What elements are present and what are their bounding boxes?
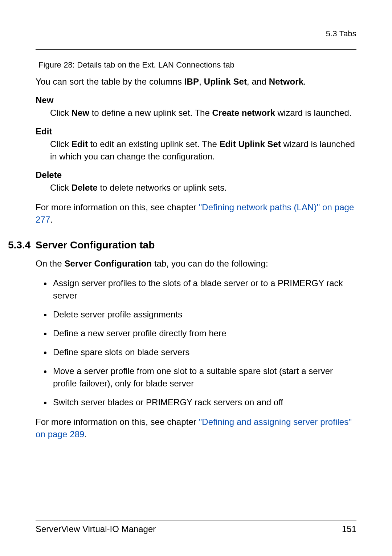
list-item: Define a new server profile directly fro… — [52, 327, 356, 340]
term-new: New — [36, 95, 356, 105]
footer-product: ServerView Virtual-IO Manager — [36, 524, 156, 534]
intro-suffix: . — [303, 77, 306, 86]
section-intro: On the Server Configuration tab, you can… — [36, 257, 356, 270]
def-new-post: wizard is launched. — [275, 108, 352, 118]
bullet-list: Assign server profiles to the slots of a… — [36, 277, 356, 409]
def-new-pre: Click — [50, 108, 72, 118]
term-delete: Delete — [36, 170, 356, 180]
intro-sep2: , and — [247, 77, 269, 86]
def-edit-kw2: Edit Uplink Set — [219, 139, 281, 149]
section-intro-post: tab, you can do the following: — [152, 259, 268, 268]
intro-paragraph: You can sort the table by the columns IB… — [36, 76, 356, 88]
running-head: 5.3 Tabs — [36, 29, 356, 38]
figure-caption: Figure 28: Details tab on the Ext. LAN C… — [38, 60, 356, 70]
list-item: Switch server blades or PRIMERGY rack se… — [52, 396, 356, 409]
xref2-post: . — [85, 429, 87, 439]
xref1-pre: For more information on this, see chapte… — [36, 202, 199, 212]
xref2-paragraph: For more information on this, see chapte… — [36, 416, 356, 441]
section-title: Server Configuration tab — [36, 239, 155, 251]
intro-col2: Uplink Set — [204, 77, 247, 86]
def-new-kw1: New — [72, 108, 89, 118]
xref1-paragraph: For more information on this, see chapte… — [36, 201, 356, 226]
xref2-pre: For more information on this, see chapte… — [36, 417, 199, 427]
footer-rule — [36, 520, 356, 520]
list-item: Define spare slots on blade servers — [52, 346, 356, 358]
intro-prefix: You can sort the table by the columns — [36, 77, 184, 86]
list-item: Assign server profiles to the slots of a… — [52, 277, 356, 302]
def-edit: Click Edit to edit an existing uplink se… — [50, 138, 356, 163]
def-edit-pre: Click — [50, 139, 72, 149]
intro-col1: IBP — [184, 77, 199, 86]
list-item: Delete server profile assignments — [52, 308, 356, 321]
footer-row: ServerView Virtual-IO Manager 151 — [36, 524, 356, 534]
def-delete: Click Delete to delete networks or uplin… — [50, 182, 356, 194]
page: 5.3 Tabs Figure 28: Details tab on the E… — [0, 0, 392, 556]
intro-sep1: , — [199, 77, 204, 86]
footer-page-number: 151 — [342, 524, 356, 534]
footer: ServerView Virtual-IO Manager 151 — [36, 520, 356, 534]
section-number: 5.3.4 — [8, 239, 36, 251]
def-new-kw2: Create network — [212, 108, 275, 118]
def-new: Click New to define a new uplink set. Th… — [50, 107, 356, 119]
section-intro-kw: Server Configuration — [64, 259, 152, 268]
section-intro-pre: On the — [36, 259, 64, 268]
term-edit: Edit — [36, 126, 356, 137]
xref1-post: . — [50, 215, 53, 224]
def-new-mid: to define a new uplink set. The — [89, 108, 212, 118]
def-edit-kw1: Edit — [72, 139, 88, 149]
list-item: Move a server profile from one slot to a… — [52, 365, 356, 390]
header-rule — [36, 49, 356, 50]
def-delete-post: to delete networks or uplink sets. — [98, 183, 227, 192]
intro-col3: Network — [269, 77, 303, 86]
section-heading: 5.3.4 Server Configuration tab — [8, 239, 356, 251]
def-edit-mid: to edit an existing uplink set. The — [88, 139, 219, 149]
def-delete-kw1: Delete — [72, 183, 98, 192]
def-delete-pre: Click — [50, 183, 72, 192]
